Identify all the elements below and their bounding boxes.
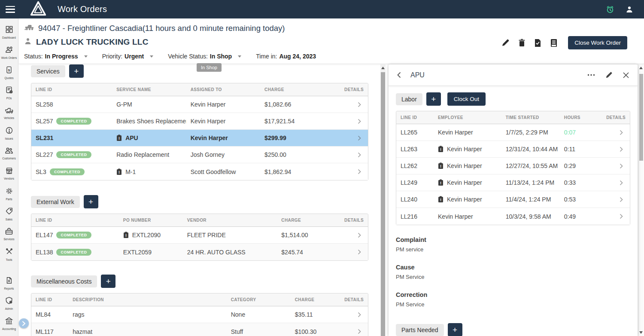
add-external-work-button[interactable]: +: [84, 195, 98, 208]
sidebar-item-services[interactable]: Services: [0, 224, 18, 244]
reports-icon: [5, 276, 13, 286]
vehicle-status-dropdown[interactable]: Vehicle Status: In Shop: [168, 53, 241, 60]
table-row[interactable]: SL257COMPLETED Brakes Shoes Replacement …: [31, 113, 368, 130]
row-details-chevron-icon[interactable]: [337, 232, 368, 238]
svg-text:!: !: [440, 147, 441, 152]
delete-work-order-icon[interactable]: [518, 39, 526, 47]
add-service-button[interactable]: +: [69, 64, 84, 78]
parts-gear-icon: [5, 187, 13, 197]
inspection-flag-icon: !: [116, 134, 122, 141]
accounting-bank-icon: [5, 317, 13, 327]
scroll-up-arrow-icon[interactable]: [639, 67, 643, 69]
scrollbar-thumb[interactable]: [381, 72, 385, 336]
table-row[interactable]: LL263 !Kevin Harper 12/31/24, 10:44 AM 0…: [396, 141, 630, 158]
external-work-table: LINE ID PO NUMBER VENDOR CHARGE DETAILS …: [31, 214, 368, 261]
edit-service-icon[interactable]: [605, 71, 613, 79]
svg-text:$: $: [8, 68, 10, 72]
sidebar-item-dashboard[interactable]: Dashboard: [0, 22, 18, 42]
panel-header: APU: [389, 64, 638, 86]
add-misc-cost-button[interactable]: +: [101, 275, 115, 288]
inspection-flag-icon: !: [438, 179, 444, 186]
row-details-chevron-icon[interactable]: [334, 152, 368, 158]
sidebar-item-quotes[interactable]: $ Quotes: [0, 62, 18, 82]
table-row[interactable]: SL3COMPLETED !M-1 Scott Goodfellow $1,86…: [31, 163, 368, 180]
row-details-chevron-icon[interactable]: [341, 312, 368, 318]
table-row[interactable]: ML84 rags None $35.11: [31, 306, 368, 323]
edit-work-order-icon[interactable]: [501, 39, 510, 47]
misc-costs-table: LINE ID DESCRIPTION CATEGORY CHARGE DETA…: [31, 293, 368, 336]
table-row[interactable]: EL138COMPLETED EXTL2059 24 HR. AUTO GLAS…: [31, 244, 368, 260]
table-row[interactable]: SL227COMPLETED Radio Replacement Josh Go…: [31, 147, 368, 163]
priority-dropdown[interactable]: Priority: Urgent: [102, 53, 154, 60]
sidebar-item-reports[interactable]: Reports: [0, 273, 18, 293]
complaint-label: Complaint: [396, 236, 630, 243]
row-details-chevron-icon[interactable]: [595, 163, 630, 169]
sidebar-item-customers[interactable]: Customers: [0, 143, 18, 163]
sidebar-item-work-orders[interactable]: Work Orders: [0, 42, 18, 62]
sidebar-item-issues[interactable]: Issues: [0, 123, 18, 143]
row-details-chevron-icon[interactable]: [595, 197, 630, 202]
close-panel-icon[interactable]: [623, 72, 629, 78]
menu-icon[interactable]: [6, 6, 15, 13]
invoice-journal-icon[interactable]: [550, 39, 558, 47]
table-row[interactable]: LL262 !Kevin Harper 12/27/24, 10:55 AM 0…: [396, 158, 630, 174]
row-details-chevron-icon[interactable]: [334, 102, 368, 107]
row-details-chevron-icon[interactable]: [595, 147, 630, 152]
sidebar-item-sales[interactable]: Sales: [0, 204, 18, 224]
inspection-flag-icon: !: [116, 168, 122, 175]
row-details-chevron-icon[interactable]: [595, 180, 630, 186]
panel-scrollbar[interactable]: [638, 64, 644, 336]
pos-icon: [5, 86, 13, 96]
vehicles-truck-icon: [5, 107, 14, 116]
dashboard-icon: [5, 25, 13, 35]
table-row[interactable]: LL249 !Kevin Harper 11/13/24, 1:24 PM 0:…: [396, 174, 630, 191]
clock-out-button[interactable]: Clock Out: [447, 92, 486, 106]
sidebar-item-vendors[interactable]: Vendors: [0, 163, 18, 183]
table-row[interactable]: EL147COMPLETED !EXTL2090 FLEET PRIDE $1,…: [31, 227, 368, 244]
status-dropdown[interactable]: Status: In Progress: [24, 53, 88, 60]
scrollbar-thumb[interactable]: [639, 74, 643, 161]
row-details-chevron-icon[interactable]: [595, 214, 630, 219]
scroll-down-arrow-icon[interactable]: [639, 331, 643, 334]
row-details-chevron-icon[interactable]: [595, 130, 630, 135]
row-details-chevron-icon[interactable]: [334, 119, 368, 124]
row-details-chevron-icon[interactable]: [334, 169, 368, 174]
row-details-chevron-icon[interactable]: [337, 249, 368, 255]
table-row[interactable]: ML117 hazmat Stuff $100.30: [31, 323, 368, 336]
svg-text:!: !: [118, 170, 120, 174]
table-row[interactable]: LL240 !Kevin Harper 11/4/24, 1:24 PM 0:5…: [396, 191, 630, 208]
sidebar-item-parts[interactable]: Parts: [0, 183, 18, 204]
sidebar-item-accounting[interactable]: Accounting: [0, 313, 18, 333]
sidebar-expand-button[interactable]: [19, 318, 29, 328]
back-chevron-icon[interactable]: [397, 72, 401, 78]
sidebar-item-tools[interactable]: Tools: [0, 244, 18, 264]
table-row-selected[interactable]: SL231 !APU Kevin Harper $299.99: [31, 130, 368, 147]
table-row[interactable]: LL265 Kevin Harper 1/7/25, 2:29 PM 0:07: [396, 124, 630, 141]
customers-icon: [5, 147, 13, 156]
sidebar-item-admin[interactable]: Admin: [0, 293, 18, 313]
vendors-icon: [5, 167, 13, 176]
chevron-down-icon: [238, 55, 241, 58]
issues-icon: [5, 126, 13, 136]
main-scrollbar[interactable]: [380, 64, 386, 336]
row-details-chevron-icon[interactable]: [334, 135, 368, 141]
panel-title: APU: [410, 71, 425, 79]
timer-alarm-icon[interactable]: [606, 5, 614, 14]
add-part-button[interactable]: +: [448, 323, 462, 336]
service-detail-panel: APU Labor + Clock Out L: [389, 64, 638, 336]
sidebar-item-vehicles[interactable]: Vehicles: [0, 103, 18, 123]
table-row[interactable]: SL258 G-PM Kevin Harper $1,082.66: [31, 96, 368, 113]
close-work-order-button[interactable]: Close Work Order: [568, 36, 627, 49]
scroll-up-arrow-icon[interactable]: [381, 67, 385, 69]
table-row[interactable]: LL216 Kevin Harper 10/3/24, 9:58 AM 0:49: [396, 208, 630, 225]
row-details-chevron-icon[interactable]: [341, 329, 368, 334]
document-check-icon[interactable]: [534, 39, 541, 47]
user-account-icon[interactable]: [626, 6, 633, 13]
add-labor-button[interactable]: +: [426, 92, 441, 106]
app-logo-icon[interactable]: [29, 0, 48, 19]
sidebar-item-pos[interactable]: POs: [0, 82, 18, 103]
customer-name[interactable]: LADY LUCK TRUCKING LLC: [36, 37, 149, 47]
vehicle-truck-icon: [24, 23, 34, 33]
more-options-icon[interactable]: [587, 74, 595, 76]
labor-section-label: Labor: [396, 93, 422, 105]
